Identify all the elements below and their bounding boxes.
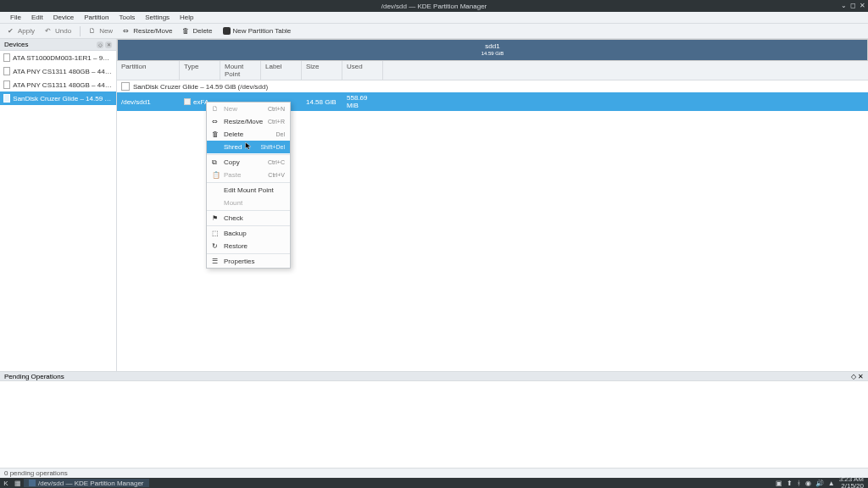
device-item[interactable]: ATA PNY CS1311 480GB – 447.13 GiB (…: [0, 64, 116, 78]
ctx-properties-label: Properties: [224, 258, 285, 265]
ctx-paste-label: Paste: [224, 171, 264, 179]
tray-volume-icon[interactable]: 🔊: [815, 480, 824, 487]
toolbar-resize-button[interactable]: ⇔Resize/Move: [119, 25, 176, 36]
col-mount[interactable]: Mount Point: [220, 61, 261, 80]
device-item[interactable]: ATA PNY CS1311 480GB – 447.13 GiB (…: [0, 78, 116, 92]
ctx-edit-mount[interactable]: Edit Mount Point: [207, 184, 290, 197]
disk-summary-row[interactable]: SanDisk Cruzer Glide – 14.59 GiB (/dev/s…: [117, 80, 868, 92]
properties-icon: ☰: [212, 258, 220, 265]
toolbar-newtable-label: New Partition Table: [233, 27, 292, 35]
partition-table-icon: [223, 27, 231, 35]
toolbar-undo-button[interactable]: ↶Undo: [41, 25, 75, 36]
main-area: Devices ◇ ✕ ATA ST1000DM003-1ER1 – 931.5…: [0, 39, 868, 371]
disk-icon: [121, 82, 130, 91]
partition-size: 14.58 GiB: [302, 97, 342, 108]
device-item-selected[interactable]: SanDisk Cruzer Glide – 14.59 GiB (/dev…: [0, 92, 116, 105]
menu-help[interactable]: Help: [175, 14, 198, 21]
ctx-new-label: New: [224, 105, 264, 113]
ctx-delete-sc: Del: [275, 131, 285, 137]
taskbar-clock[interactable]: 3:23 AM 2/15/20: [839, 476, 864, 488]
tray-chevron-icon[interactable]: ▲: [828, 480, 835, 487]
panel-detach-icon[interactable]: ◇: [851, 373, 856, 380]
window-minimize-icon[interactable]: ⌄: [840, 2, 847, 8]
resize-icon: ⇔: [123, 27, 131, 35]
trash-icon: 🗑: [212, 130, 220, 138]
window-titlebar: /dev/sdd — KDE Partition Manager ⌄ ◻ ✕: [0, 0, 868, 12]
taskbar-task[interactable]: /dev/sdd — KDE Partition Manager: [24, 479, 149, 487]
ctx-backup-label: Backup: [224, 230, 285, 237]
device-label: ATA PNY CS1311 480GB – 447.13 GiB (…: [13, 68, 113, 75]
device-label: ATA PNY CS1311 480GB – 447.13 GiB (…: [13, 81, 113, 89]
device-item[interactable]: ATA ST1000DM003-1ER1 – 931.51 GiB (…: [0, 51, 116, 64]
toolbar-undo-label: Undo: [55, 27, 71, 35]
toolbar-apply-button[interactable]: ✔Apply: [3, 25, 39, 36]
menu-settings[interactable]: Settings: [140, 14, 175, 21]
ctx-copy-label: Copy: [224, 158, 264, 166]
ctx-separator: [207, 253, 290, 254]
kde-start-button[interactable]: K: [0, 480, 12, 487]
ctx-delete-label: Delete: [224, 130, 271, 138]
ctx-delete[interactable]: 🗑DeleteDel: [207, 128, 290, 141]
tray-clipboard-icon[interactable]: ▣: [776, 480, 782, 487]
ctx-separator: [207, 225, 290, 226]
ctx-resize-label: Resize/Move: [224, 118, 264, 125]
disk-icon: [3, 80, 10, 89]
col-partition[interactable]: Partition: [117, 61, 180, 80]
toolbar-delete-button[interactable]: 🗑Delete: [178, 25, 216, 36]
toolbar-new-table-button[interactable]: New Partition Table: [219, 25, 296, 36]
partition-name: /dev/sdd1: [117, 97, 180, 108]
col-size[interactable]: Size: [302, 61, 342, 80]
tray-update-icon[interactable]: ⬆: [787, 480, 793, 487]
check-icon: ✔: [8, 27, 15, 35]
pending-panel-header: Pending Operations ◇ ✕: [0, 371, 868, 381]
ctx-check[interactable]: ⚑Check: [207, 212, 290, 225]
toolbar-apply-label: Apply: [18, 27, 35, 35]
tray-bluetooth-icon[interactable]: ᚼ: [797, 480, 801, 487]
window-title: /dev/sdd — KDE Partition Manager: [381, 3, 487, 10]
paste-icon: 📋: [212, 171, 220, 179]
ctx-paste: 📋PasteCtrl+V: [207, 169, 290, 181]
menu-device[interactable]: Device: [48, 14, 79, 21]
statusbar: 0 pending operations: [0, 468, 868, 478]
taskbar-pin-icon[interactable]: ▦: [12, 480, 24, 487]
window-close-icon[interactable]: ✕: [859, 2, 865, 8]
disk-graph-name: sdd1: [485, 43, 499, 51]
menu-tools[interactable]: Tools: [114, 14, 141, 21]
col-label[interactable]: Label: [261, 61, 302, 80]
disk-graph[interactable]: sdd1 14.59 GiB: [117, 39, 868, 61]
status-text: 0 pending operations: [4, 469, 68, 477]
document-new-icon: 🗋: [89, 27, 97, 35]
mouse-cursor-icon: [245, 142, 252, 151]
disk-icon: [3, 94, 10, 103]
device-label: ATA ST1000DM003-1ER1 – 931.51 GiB (…: [13, 54, 113, 62]
fs-icon: [184, 98, 191, 105]
ctx-shred-sc: Shift+Del: [260, 144, 285, 150]
col-type[interactable]: Type: [180, 61, 220, 80]
ctx-restore[interactable]: ↻Restore: [207, 240, 290, 252]
window-maximize-icon[interactable]: ◻: [849, 2, 856, 8]
pending-panel: [0, 381, 868, 468]
disk-icon: [3, 67, 10, 75]
document-new-icon: 🗋: [212, 105, 220, 113]
col-used[interactable]: Used: [342, 61, 383, 80]
ctx-copy[interactable]: ⧉CopyCtrl+C: [207, 156, 290, 169]
context-menu: 🗋NewCtrl+N ⇔Resize/MoveCtrl+R 🗑DeleteDel…: [206, 102, 291, 269]
flag-icon: ⚑: [212, 214, 220, 222]
ctx-properties[interactable]: ☰Properties: [207, 255, 290, 268]
toolbar-new-button[interactable]: 🗋New: [85, 25, 117, 36]
menu-partition[interactable]: Partition: [79, 14, 114, 21]
taskbar-task-label: /dev/sdd — KDE Partition Manager: [38, 480, 144, 487]
ctx-backup[interactable]: ⬚Backup: [207, 227, 290, 240]
panel-close-icon[interactable]: ✕: [858, 373, 864, 380]
panel-detach-icon[interactable]: ◇: [97, 42, 103, 48]
ctx-resize[interactable]: ⇔Resize/MoveCtrl+R: [207, 115, 290, 128]
menu-file[interactable]: File: [5, 14, 26, 21]
toolbar-separator: [80, 26, 81, 36]
taskbar: K ▦ /dev/sdd — KDE Partition Manager ▣ ⬆…: [0, 478, 868, 488]
menubar: File Edit Device Partition Tools Setting…: [0, 12, 868, 24]
panel-close-icon[interactable]: ✕: [105, 42, 112, 48]
tray-wifi-icon[interactable]: ◉: [805, 480, 811, 487]
blank-icon: [212, 199, 220, 207]
menu-edit[interactable]: Edit: [26, 14, 48, 21]
pending-panel-title: Pending Operations: [4, 373, 64, 380]
